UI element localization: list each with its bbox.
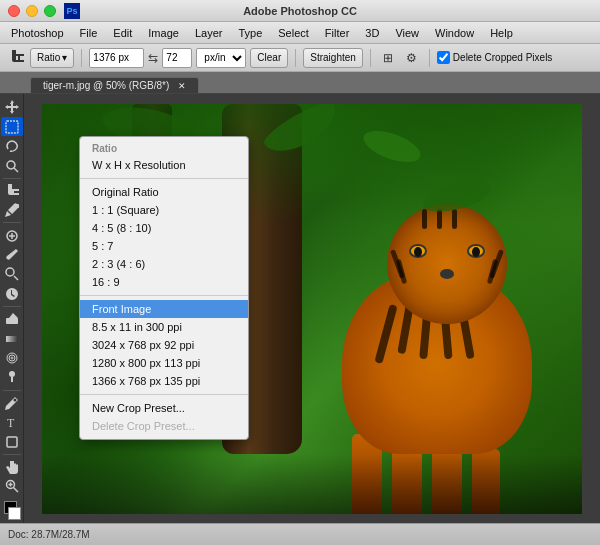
- ps-app-icon: Ps: [64, 3, 80, 19]
- dropdown-item-1366[interactable]: 1366 x 768 px 135 ppi: [80, 372, 248, 390]
- svg-text:T: T: [7, 416, 15, 429]
- svg-point-6: [6, 268, 14, 276]
- status-bar: Doc: 28.7M/28.7M: [0, 523, 600, 545]
- clear-button[interactable]: Clear: [250, 48, 288, 68]
- tab-close-icon[interactable]: ✕: [178, 81, 186, 91]
- dropdown-item-front[interactable]: Front Image: [80, 300, 248, 318]
- tool-quick-select[interactable]: [1, 156, 23, 174]
- svg-line-18: [13, 488, 18, 493]
- dropdown-item-new-crop[interactable]: New Crop Preset...: [80, 399, 248, 417]
- menu-view[interactable]: View: [388, 25, 426, 41]
- title-bar: Ps Adobe Photoshop CC: [0, 0, 600, 22]
- dropdown-item-3024[interactable]: 3024 x 768 px 92 ppi: [80, 336, 248, 354]
- tool-eraser[interactable]: [1, 310, 23, 328]
- ratio-label: Ratio: [37, 52, 60, 63]
- menu-image[interactable]: Image: [141, 25, 186, 41]
- menu-help[interactable]: Help: [483, 25, 520, 41]
- tool-brush[interactable]: [1, 246, 23, 264]
- tool-dodge[interactable]: [1, 368, 23, 386]
- window-title: Adobe Photoshop CC: [243, 5, 357, 17]
- tool-lasso[interactable]: [1, 137, 23, 155]
- tool-gradient[interactable]: [1, 329, 23, 347]
- menu-edit[interactable]: Edit: [106, 25, 139, 41]
- minimize-button[interactable]: [26, 5, 38, 17]
- ratio-chevron-icon: ▾: [62, 52, 67, 63]
- tool-sep-1: [3, 178, 21, 179]
- menu-file[interactable]: File: [73, 25, 105, 41]
- tool-move[interactable]: [1, 98, 23, 116]
- tiger-nose: [440, 269, 454, 279]
- dropdown-item-8x11[interactable]: 8.5 x 11 in 300 ppi: [80, 318, 248, 336]
- menu-layer[interactable]: Layer: [188, 25, 230, 41]
- svg-line-2: [14, 168, 18, 172]
- dropdown-item-1x1[interactable]: 1 : 1 (Square): [80, 201, 248, 219]
- dimension-swap-icon[interactable]: ⇆: [148, 51, 158, 65]
- active-tab[interactable]: tiger-m.jpg @ 50% (RGB/8*) ✕: [30, 77, 199, 93]
- tool-heal[interactable]: [1, 226, 23, 244]
- tool-type[interactable]: T: [1, 413, 23, 431]
- delete-cropped-checkbox[interactable]: [437, 51, 450, 64]
- canvas-area: Ratio W x H x Resolution Original Ratio …: [24, 94, 600, 523]
- straighten-button[interactable]: Straighten: [303, 48, 363, 68]
- tool-crop[interactable]: [1, 182, 23, 200]
- tiger-eye-right: [467, 244, 485, 258]
- menu-filter[interactable]: Filter: [318, 25, 356, 41]
- svg-rect-7: [6, 318, 18, 324]
- tool-clone[interactable]: [1, 265, 23, 283]
- tool-blur[interactable]: [1, 349, 23, 367]
- tool-sep-3: [3, 306, 21, 307]
- svg-point-1: [7, 161, 15, 169]
- tiger-leg-2: [392, 444, 422, 514]
- tool-shape[interactable]: [1, 432, 23, 450]
- dropdown-item-delete-crop: Delete Crop Preset...: [80, 417, 248, 435]
- divider-2: [295, 49, 296, 67]
- dropdown-item-16x9[interactable]: 16 : 9: [80, 273, 248, 291]
- ratio-dropdown-button[interactable]: Ratio ▾: [30, 48, 74, 68]
- dropdown-item-original[interactable]: Original Ratio: [80, 183, 248, 201]
- crop-tool-icon: [6, 48, 26, 68]
- settings-icon[interactable]: ⚙: [402, 48, 422, 68]
- tool-zoom[interactable]: [1, 477, 23, 495]
- tool-marquee[interactable]: [1, 117, 23, 135]
- tool-history[interactable]: [1, 285, 23, 303]
- divider-3: [370, 49, 371, 67]
- dropdown-item-2x3[interactable]: 2 : 3 (4 : 6): [80, 255, 248, 273]
- delete-cropped-label[interactable]: Delete Cropped Pixels: [437, 51, 553, 64]
- height-input[interactable]: [162, 48, 192, 68]
- tool-hand[interactable]: [1, 458, 23, 476]
- svg-point-10: [9, 355, 15, 361]
- menu-3d[interactable]: 3D: [358, 25, 386, 41]
- maximize-button[interactable]: [44, 5, 56, 17]
- dropdown-item-5x7[interactable]: 5 : 7: [80, 237, 248, 255]
- forehead-stripe-3: [452, 209, 457, 229]
- divider-1: [81, 49, 82, 67]
- background-color[interactable]: [8, 507, 21, 520]
- tool-sep-5: [3, 454, 21, 455]
- menu-type[interactable]: Type: [231, 25, 269, 41]
- menu-select[interactable]: Select: [271, 25, 316, 41]
- dropdown-item-wxh[interactable]: W x H x Resolution: [80, 156, 248, 174]
- dropdown-sep-1: [80, 178, 248, 179]
- close-button[interactable]: [8, 5, 20, 17]
- width-input[interactable]: [89, 48, 144, 68]
- dropdown-item-4x5[interactable]: 4 : 5 (8 : 10): [80, 219, 248, 237]
- color-swatch-area: [2, 501, 22, 519]
- svg-point-11: [11, 357, 13, 359]
- svg-rect-16: [7, 437, 17, 447]
- tool-eyedropper[interactable]: [1, 201, 23, 219]
- svg-point-14: [13, 398, 16, 401]
- dropdown-item-1280[interactable]: 1280 x 800 px 113 ppi: [80, 354, 248, 372]
- main-area: T: [0, 94, 600, 523]
- unit-select[interactable]: px/in px/cm: [196, 48, 246, 68]
- tool-pen[interactable]: [1, 394, 23, 412]
- grid-icon[interactable]: ⊞: [378, 48, 398, 68]
- divider-4: [429, 49, 430, 67]
- options-bar: Ratio ▾ ⇆ px/in px/cm Clear Straighten ⊞…: [0, 44, 600, 72]
- doc-size: Doc: 28.7M/28.7M: [8, 529, 90, 540]
- tab-bar: tiger-m.jpg @ 50% (RGB/8*) ✕: [0, 72, 600, 94]
- menu-photoshop[interactable]: Photoshop: [4, 25, 71, 41]
- menu-bar: Photoshop File Edit Image Layer Type Sel…: [0, 22, 600, 44]
- tool-sep-2: [3, 222, 21, 223]
- traffic-lights: [8, 5, 56, 17]
- menu-window[interactable]: Window: [428, 25, 481, 41]
